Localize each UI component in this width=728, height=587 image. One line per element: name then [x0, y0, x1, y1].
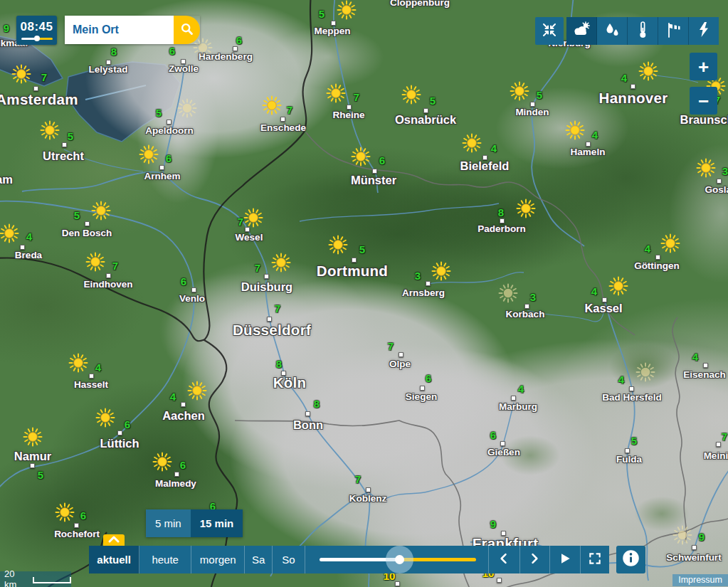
city-temperature: 6 — [181, 275, 186, 287]
interval-option-5min[interactable]: 5 min — [146, 509, 191, 537]
tab-sa[interactable]: Sa — [245, 546, 273, 573]
sun-icon — [694, 156, 718, 180]
city-label: Zwolle — [169, 63, 199, 74]
compress-icon — [541, 21, 558, 41]
sun-icon — [636, 59, 660, 83]
minus-icon: − — [698, 92, 709, 110]
city-dot — [366, 487, 371, 492]
timeline-slider[interactable] — [305, 546, 489, 573]
step-forward-button[interactable] — [520, 546, 550, 573]
city-label: Hasselt — [74, 379, 108, 390]
compress-view-button[interactable] — [535, 17, 564, 45]
tab-morgen[interactable]: morgen — [191, 546, 245, 573]
search-button[interactable] — [174, 16, 200, 44]
layer-toolbar — [566, 17, 719, 45]
mini-timeline[interactable] — [21, 36, 53, 41]
city-label: Paderborn — [478, 223, 526, 234]
interval-option-15min[interactable]: 15 min — [191, 509, 243, 537]
collapse-bar-button[interactable] — [103, 534, 125, 546]
city-dot — [426, 281, 431, 286]
city-label: Amsterdam — [0, 91, 78, 108]
city-dot — [33, 86, 38, 91]
city-temperature: 6 — [125, 418, 130, 430]
city-dot — [89, 374, 94, 379]
city-label: Apeldoorn — [145, 125, 194, 136]
interval-5min-label: 5 min — [155, 517, 181, 529]
city-temperature: 4 — [592, 129, 598, 141]
timeline-bar: aktuell heute morgen Sa So — [89, 546, 609, 573]
city-dot — [245, 227, 250, 232]
city-temperature: 7 — [275, 302, 280, 314]
info-button[interactable] — [616, 546, 645, 573]
sun-icon — [507, 79, 532, 103]
sun-icon — [137, 142, 161, 166]
layer-button-wind[interactable] — [658, 17, 689, 45]
tab-so-label: So — [282, 554, 295, 566]
city-dot — [420, 386, 425, 391]
layer-button-weather[interactable] — [566, 17, 597, 45]
time-display[interactable]: 08:45 — [16, 16, 57, 45]
city-dot — [85, 221, 90, 226]
zoom-in-button[interactable]: + — [690, 53, 717, 80]
city-label: Bonn — [293, 418, 323, 432]
layer-button-temperature[interactable] — [628, 17, 658, 45]
city-temperature: 8 — [314, 398, 320, 410]
city-dot — [174, 472, 179, 477]
sun-haze-icon — [633, 360, 658, 384]
city-dot — [395, 581, 400, 586]
tab-so[interactable]: So — [273, 546, 305, 573]
city-label: Breda — [15, 250, 42, 260]
city-label: Eindhoven — [83, 279, 132, 290]
sun-icon — [66, 351, 90, 375]
city-dot — [74, 523, 79, 528]
impressum-link[interactable]: Impressum — [672, 574, 728, 586]
city-temperature: 4 — [518, 383, 524, 395]
city-dot — [62, 142, 67, 147]
city-dot — [703, 363, 708, 368]
city-dot — [586, 142, 591, 147]
city-temperature: 5 — [430, 95, 436, 107]
city-dot — [372, 169, 377, 174]
search-input[interactable] — [65, 16, 174, 44]
city-label: Minden — [515, 107, 549, 117]
step-back-button[interactable] — [489, 546, 519, 573]
sun-icon — [0, 221, 21, 245]
cloud-sun-icon — [571, 21, 591, 42]
city-label: Hannover — [599, 90, 668, 107]
layer-button-storm[interactable] — [689, 17, 719, 45]
fullscreen-button[interactable] — [581, 546, 610, 573]
city-temperature: 5 — [156, 107, 162, 119]
city-dot — [30, 463, 35, 468]
city-temperature: 5 — [68, 130, 73, 142]
city-label: Hardenberg — [199, 51, 253, 62]
city-dot — [280, 117, 285, 122]
chevron-up-icon — [107, 534, 120, 546]
sun-icon — [326, 233, 350, 257]
play-button[interactable] — [550, 546, 580, 573]
city-label: Göttingen — [634, 260, 680, 271]
city-label: Siegen — [406, 391, 437, 402]
city-temperature: 6 — [236, 34, 242, 46]
city-label: Kassel — [584, 302, 622, 315]
city-temperature: 6 — [169, 45, 175, 57]
tab-heute[interactable]: heute — [139, 546, 191, 573]
city-temperature: 5 — [359, 243, 365, 255]
layer-button-precipitation[interactable] — [597, 17, 628, 45]
city-label: Düsseldorf — [233, 322, 311, 339]
city-dot — [305, 411, 310, 416]
city-temperature: 5 — [38, 469, 43, 481]
city-temperature: 3 — [530, 291, 536, 303]
zoom-out-button[interactable]: − — [690, 87, 717, 115]
tab-aktuell[interactable]: aktuell — [89, 546, 139, 573]
sun-icon — [563, 118, 587, 142]
city-label: Meppen — [314, 26, 350, 36]
city-temperature: 6 — [166, 152, 172, 164]
mini-timeline-thumb[interactable] — [34, 36, 40, 41]
city-temperature: 9 — [4, 22, 9, 34]
sun-icon — [269, 250, 293, 275]
city-dot — [331, 21, 336, 26]
tab-morgen-label: morgen — [200, 554, 236, 566]
city-dot — [500, 218, 505, 223]
city-temperature: 8 — [498, 206, 504, 218]
sun-icon — [38, 118, 62, 142]
